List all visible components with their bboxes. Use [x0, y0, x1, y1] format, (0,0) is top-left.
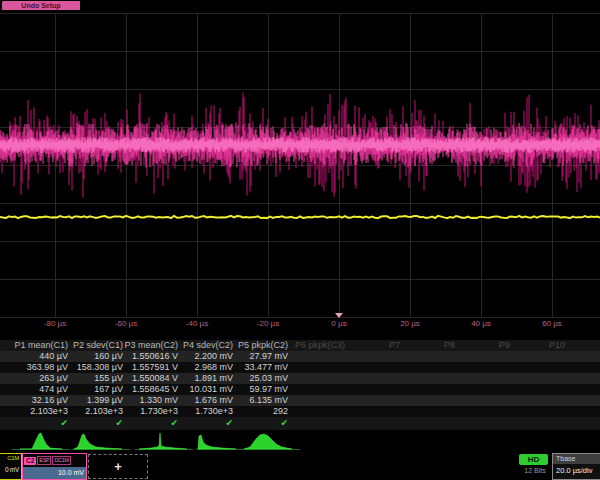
measure-value-value: 27.97 mV	[233, 351, 288, 362]
status-check-icon: ✔	[178, 417, 233, 428]
c2-flag-esp: ESP	[37, 456, 51, 465]
plus-icon: +	[114, 459, 122, 474]
measure-min-value: 155 µV	[68, 373, 123, 384]
measure-max-value: 59.97 mV	[233, 384, 288, 395]
measure-mean-value: 1.557591 V	[123, 362, 178, 373]
measure-row-sdev: 32.16 µV1.399 µV1.330 mV1.676 mV6.135 mV	[0, 395, 600, 406]
time-axis-label: -80 µs	[44, 319, 66, 328]
measure-header-p4[interactable]: P4 sdev(C2)	[178, 340, 233, 351]
measure-num-value: 1.730e+3	[123, 406, 178, 417]
measure-min-value: 25.03 mV	[233, 373, 288, 384]
time-axis: -100 µs-80 µs-60 µs-40 µs-20 µs0 µs20 µs…	[0, 316, 600, 331]
graticule-grid	[0, 13, 600, 318]
measure-min-value: 1.550084 V	[123, 373, 178, 384]
measure-row-min: 263 µV155 µV1.550084 V1.891 mV25.03 mV	[0, 373, 600, 384]
trigger-position-marker[interactable]	[335, 313, 343, 318]
measure-value-value: 440 µV	[13, 351, 68, 362]
measure-header-p1[interactable]: P1 mean(C1)	[13, 340, 68, 351]
c1-trace-yellow	[0, 216, 600, 218]
c2-channel-label: C2	[24, 457, 36, 465]
measure-row-value: 440 µV160 µV1.550616 V2.200 mV27.97 mV	[0, 351, 600, 362]
measure-header-p7[interactable]: P7	[345, 340, 400, 351]
waveform-display	[0, 0, 600, 330]
measure-row-status: ✔✔✔✔✔	[0, 417, 600, 430]
status-check-icon: ✔	[123, 417, 178, 428]
c1-coupling-label: C1M	[0, 454, 21, 463]
time-axis-label: -20 µs	[257, 319, 279, 328]
measure-sdev-value: 1.330 mV	[123, 395, 178, 406]
measurement-histicons	[0, 430, 600, 452]
status-check-icon: ✔	[13, 417, 68, 428]
measure-header-p8[interactable]: P8	[400, 340, 455, 351]
histicon-p2[interactable]	[72, 430, 130, 452]
measure-value-value: 2.200 mV	[178, 351, 233, 362]
histicon-p3[interactable]	[135, 430, 193, 452]
status-check-icon: ✔	[233, 417, 288, 428]
measure-num-value: 2.103e+3	[68, 406, 123, 417]
c2-descriptor-box[interactable]: C2 ESP DC1M 10.0 mV	[22, 453, 87, 480]
measure-num-value: 2.103e+3	[13, 406, 68, 417]
measure-header-p9[interactable]: P9	[455, 340, 510, 351]
measure-value-value: 1.550616 V	[123, 351, 178, 362]
time-axis-label: 40 µs	[471, 319, 491, 328]
measure-max-value: 167 µV	[68, 384, 123, 395]
measure-sdev-value: 6.135 mV	[233, 395, 288, 406]
histicon-p5[interactable]	[242, 430, 300, 452]
timebase-value: 20.0 µs/div	[553, 464, 600, 477]
measure-max-value: 1.558645 V	[123, 384, 178, 395]
measure-max-value: 474 µV	[13, 384, 68, 395]
time-axis-label: -60 µs	[115, 319, 137, 328]
measure-sdev-value: 1.399 µV	[68, 395, 123, 406]
time-axis-label: -40 µs	[186, 319, 208, 328]
measure-header-p10[interactable]: P10	[510, 340, 565, 351]
c2-trace-pink	[0, 93, 600, 198]
measure-mean-value: 2.968 mV	[178, 362, 233, 373]
measure-max-value: 10.031 mV	[178, 384, 233, 395]
time-axis-label: 60 µs	[542, 319, 562, 328]
histicon-p1[interactable]	[12, 430, 70, 452]
c1-scale-value: 0 mV	[0, 463, 21, 476]
measure-header-p5[interactable]: P5 pkpk(C2)	[233, 340, 288, 351]
measure-sdev-value: 32.16 µV	[13, 395, 68, 406]
c1-descriptor-box[interactable]: C1M 0 mV	[0, 453, 22, 480]
measurement-table: P1 mean(C1)P2 sdev(C1)P3 mean(C2)P4 sdev…	[0, 340, 600, 432]
timebase-descriptor-box[interactable]: Tbase 20.0 µs/div	[552, 453, 600, 480]
hd-mode-badge[interactable]: HD	[519, 454, 548, 465]
measure-value-value: 160 µV	[68, 351, 123, 362]
c2-scale-value: 10.0 mV	[23, 467, 86, 479]
time-axis-label: 0 µs	[331, 319, 346, 328]
measure-header-p6[interactable]: P6 pkpk(C3)	[290, 340, 345, 351]
oscilloscope-screen: Undo Setup -100 µs-80 µs-60 µs-40 µs-20 …	[0, 0, 600, 480]
status-check-icon: ✔	[68, 417, 123, 428]
measure-header-p2[interactable]: P2 sdev(C1)	[68, 340, 123, 351]
timebase-label: Tbase	[553, 454, 600, 464]
measure-min-value: 263 µV	[13, 373, 68, 384]
time-axis-label: 20 µs	[400, 319, 420, 328]
hd-bits-label: 12 Bits	[518, 467, 552, 477]
measure-row-num: 2.103e+32.103e+31.730e+31.730e+3292	[0, 406, 600, 417]
measure-mean-value: 33.477 mV	[233, 362, 288, 373]
c2-flag-coupling: DC1M	[52, 456, 70, 465]
measure-num-value: 292	[233, 406, 288, 417]
measure-min-value: 1.891 mV	[178, 373, 233, 384]
measure-header-p3[interactable]: P3 mean(C2)	[123, 340, 178, 351]
measure-num-value: 1.730e+3	[178, 406, 233, 417]
add-trace-button[interactable]: +	[88, 454, 148, 479]
measure-row-mean: 363.98 µV158.308 µV1.557591 V2.968 mV33.…	[0, 362, 600, 373]
measure-row-max: 474 µV167 µV1.558645 V10.031 mV59.97 mV	[0, 384, 600, 395]
measure-mean-value: 158.308 µV	[68, 362, 123, 373]
measure-sdev-value: 1.676 mV	[178, 395, 233, 406]
measure-mean-value: 363.98 µV	[13, 362, 68, 373]
